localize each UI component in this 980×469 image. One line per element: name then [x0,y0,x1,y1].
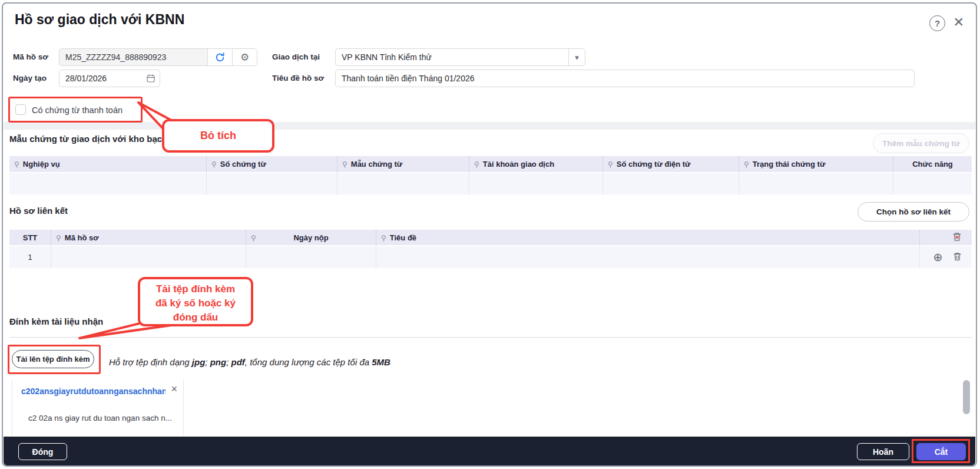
pin-icon[interactable]: ⚲ [14,160,19,169]
refresh-icon [214,52,226,63]
attachment-file-link[interactable]: c202ansgiayrutdutoanngansachnhanu... [21,387,165,396]
linked-section-title: Hồ sơ liên kết [9,206,68,216]
settings-button[interactable]: ⚙ [232,48,257,66]
pin-icon[interactable]: ⚲ [608,160,613,169]
pin-icon[interactable]: ⚲ [251,234,256,242]
delete-all-rows-icon[interactable] [952,232,962,244]
attachment-file-card: c202ansgiayrutdutoanngansachnhanu... × c… [12,379,184,435]
dossier-code-label: Mã hồ sơ [13,52,48,61]
linked-table-row: 1 ⊕ [9,246,972,268]
defer-button[interactable]: Hoãn [857,443,909,460]
pin-icon[interactable]: ⚲ [474,160,479,169]
calendar-icon[interactable] [146,74,155,83]
created-date-input[interactable] [59,70,160,87]
remove-attachment-icon[interactable]: × [171,383,177,395]
transaction-office-select[interactable]: VP KBNN Tỉnh Kiểm thử ▾ [335,48,585,66]
close-button[interactable]: Đóng [18,443,67,460]
created-date-group [59,70,160,87]
choose-linked-dossier-button[interactable]: Chọn hồ sơ liên kết [858,202,969,222]
pin-icon[interactable]: ⚲ [381,234,386,242]
close-icon[interactable]: × [953,11,964,33]
pin-icon[interactable]: ⚲ [342,160,347,169]
help-icon[interactable]: ? [929,15,945,31]
dossier-code-group: ⚙ [59,48,257,66]
created-date-label: Ngày tạo [13,74,47,82]
template-table-header: ⚲Nghiệp vụ ⚲Số chứng từ ⚲Mẫu chứng từ ⚲T… [9,156,972,173]
payment-voucher-checkbox[interactable] [15,104,26,115]
dossier-title-input[interactable] [335,70,915,87]
pin-icon[interactable]: ⚲ [744,160,749,169]
upload-hint: Hỗ trợ tệp định dạng jpg; png; pdf, tổng… [109,355,390,370]
transaction-office-label: Giao dịch tại [272,52,320,61]
linked-table: STT ⚲Mã hồ sơ ⚲Ngày nộp ⚲Tiêu đề 1 [9,230,972,268]
annotation-box-cut-button [912,439,970,463]
dossier-code-input[interactable] [59,48,208,66]
annotation-callout-upload-note: Tải tệp đính kèm đã ký số hoặc ký đóng d… [138,277,253,326]
dossier-title-label: Tiêu đề hồ sơ [272,74,324,82]
chevron-down-icon: ▾ [568,49,585,65]
upload-attachment-button[interactable]: Tải lên tệp đính kèm [12,350,94,368]
pin-icon[interactable]: ⚲ [211,160,217,169]
dialog-footer: Đóng Hoãn Cắt [4,437,975,465]
linked-row-stt: 1 [9,246,51,268]
screenshot-canvas: Hồ sơ giao dịch với KBNN ? × Mã hồ sơ ⚙ … [0,0,980,469]
add-template-button[interactable]: Thêm mẫu chứng từ [873,133,969,153]
transaction-office-value: VP KBNN Tỉnh Kiểm thử [336,52,568,62]
gear-icon: ⚙ [240,51,249,64]
delete-row-icon[interactable] [952,252,962,263]
page-title: Hồ sơ giao dịch với KBNN [15,12,184,28]
linked-table-header: STT ⚲Mã hồ sơ ⚲Ngày nộp ⚲Tiêu đề [9,230,972,246]
vertical-scrollbar-thumb[interactable] [963,380,970,414]
add-row-icon[interactable]: ⊕ [933,250,942,264]
payment-voucher-checkbox-label: Có chứng từ thanh toán [32,105,122,115]
transaction-dossier-dialog: Hồ sơ giao dịch với KBNN ? × Mã hồ sơ ⚙ … [2,2,977,467]
template-table: ⚲Nghiệp vụ ⚲Số chứng từ ⚲Mẫu chứng từ ⚲T… [9,156,972,194]
refresh-button[interactable] [207,48,233,66]
pin-icon[interactable]: ⚲ [56,234,61,242]
annotation-callout-remove-tick: Bỏ tích [162,119,274,153]
template-table-empty-row [9,173,972,194]
attachment-file-caption: c2 02a ns giay rut du toan ngan sach n..… [28,414,172,422]
